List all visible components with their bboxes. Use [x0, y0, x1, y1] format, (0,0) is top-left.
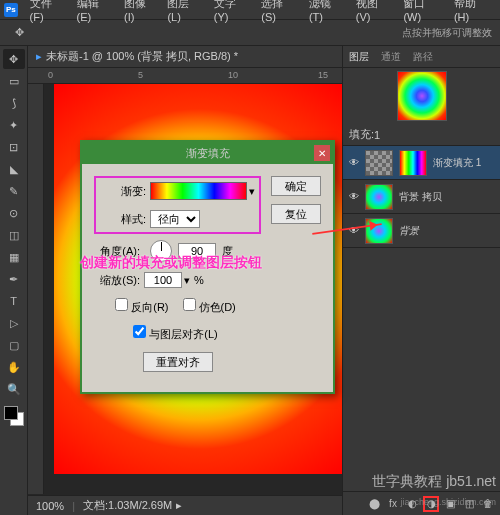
- dither-label: 仿色(D): [199, 301, 236, 313]
- dialog-title-bar[interactable]: 渐变填充 ✕: [82, 142, 333, 164]
- color-swatch[interactable]: [4, 406, 24, 426]
- scale-input[interactable]: [144, 272, 182, 288]
- layer-thumb[interactable]: [365, 150, 393, 176]
- ruler-tick: 0: [48, 70, 53, 80]
- panel-tabs: 图层 通道 路径: [343, 46, 500, 68]
- ruler-vertical: [28, 84, 44, 494]
- stamp-tool[interactable]: ⊙: [3, 203, 25, 223]
- layer-thumb[interactable]: [365, 184, 393, 210]
- highlighted-group: 渐变: ▾ 样式: 径向: [94, 176, 261, 234]
- brush-tool[interactable]: ✎: [3, 181, 25, 201]
- layer-fx-icon[interactable]: fx: [385, 496, 401, 512]
- type-tool[interactable]: T: [3, 291, 25, 311]
- move-tool-icon[interactable]: ✥: [8, 23, 30, 43]
- wand-tool[interactable]: ✦: [3, 115, 25, 135]
- crop-tool[interactable]: ⊡: [3, 137, 25, 157]
- watermark-url: jiaocheng.shizidian.com: [400, 497, 496, 507]
- dialog-title: 渐变填充: [186, 146, 230, 161]
- eyedropper-tool[interactable]: ◣: [3, 159, 25, 179]
- ruler-tick: 5: [138, 70, 143, 80]
- menu-select[interactable]: 选择(S): [261, 0, 297, 23]
- fill-label: 填充:: [349, 127, 374, 142]
- align-checkbox[interactable]: [133, 325, 146, 338]
- options-hint: 点按并拖移可调整效: [402, 26, 492, 40]
- zoom-tool[interactable]: 🔍: [3, 379, 25, 399]
- menu-edit[interactable]: 编辑(E): [77, 0, 113, 23]
- fill-value[interactable]: 1: [374, 129, 380, 141]
- options-bar: ✥ 点按并拖移可调整效: [0, 20, 500, 46]
- layer-options: 填充: 1: [343, 124, 500, 146]
- menu-view[interactable]: 视图(V): [356, 0, 392, 23]
- menu-window[interactable]: 窗口(W): [403, 0, 442, 23]
- doc-size: 文档:1.03M/2.69M: [83, 498, 172, 513]
- dropdown-icon[interactable]: ▾: [249, 185, 255, 198]
- document-tab[interactable]: ▸ 未标题-1 @ 100% (背景 拷贝, RGB/8) *: [28, 46, 342, 68]
- zoom-level[interactable]: 100%: [36, 500, 64, 512]
- reverse-checkbox[interactable]: [115, 298, 128, 311]
- align-label: 与图层对齐(L): [149, 328, 217, 340]
- navigator-thumb[interactable]: [343, 68, 500, 124]
- layer-row[interactable]: 👁 渐变填充 1: [343, 146, 500, 180]
- layer-row[interactable]: 👁 背景: [343, 214, 500, 248]
- reverse-label: 反向(R): [131, 301, 168, 313]
- layers-list: 👁 渐变填充 1 👁 背景 拷贝 👁 背景: [343, 146, 500, 491]
- toolbox: ✥ ▭ ⟆ ✦ ⊡ ◣ ✎ ⊙ ◫ ▦ ✒ T ▷ ▢ ✋ 🔍: [0, 46, 28, 515]
- move-tool[interactable]: ✥: [3, 49, 25, 69]
- document-title: 未标题-1 @ 100% (背景 拷贝, RGB/8) *: [46, 49, 238, 64]
- layer-name[interactable]: 背景: [399, 224, 419, 238]
- marquee-tool[interactable]: ▭: [3, 71, 25, 91]
- gradient-label: 渐变:: [100, 184, 146, 199]
- gradient-tool[interactable]: ▦: [3, 247, 25, 267]
- watermark: 世字典教程 jb51.net: [372, 473, 496, 491]
- menu-file[interactable]: 文件(F): [30, 0, 65, 23]
- ruler-tick: 10: [228, 70, 238, 80]
- ok-button[interactable]: 确定: [271, 176, 321, 196]
- scale-unit: %: [194, 274, 204, 286]
- menu-help[interactable]: 帮助(H): [454, 0, 490, 23]
- scale-label: 缩放(S):: [94, 273, 140, 288]
- layer-name[interactable]: 渐变填充 1: [433, 156, 481, 170]
- lasso-tool[interactable]: ⟆: [3, 93, 25, 113]
- tab-paths[interactable]: 路径: [413, 50, 433, 64]
- style-select[interactable]: 径向: [150, 210, 200, 228]
- shape-tool[interactable]: ▢: [3, 335, 25, 355]
- ruler-horizontal: 0 5 10 15: [28, 68, 342, 84]
- doc-icon: ▸: [36, 50, 42, 63]
- status-chevron-icon[interactable]: ▸: [176, 499, 182, 512]
- panels: 图层 通道 路径 填充: 1 👁 渐变填充 1 👁 背景 拷贝 👁: [342, 46, 500, 515]
- tab-channels[interactable]: 通道: [381, 50, 401, 64]
- menu-filter[interactable]: 滤镜(T): [309, 0, 344, 23]
- visibility-icon[interactable]: 👁: [347, 156, 361, 170]
- eraser-tool[interactable]: ◫: [3, 225, 25, 245]
- dropdown-icon[interactable]: ▾: [184, 274, 190, 287]
- tab-layers[interactable]: 图层: [349, 50, 369, 64]
- visibility-icon[interactable]: 👁: [347, 190, 361, 204]
- pen-tool[interactable]: ✒: [3, 269, 25, 289]
- layer-row[interactable]: 👁 背景 拷贝: [343, 180, 500, 214]
- ruler-tick: 15: [318, 70, 328, 80]
- hand-tool[interactable]: ✋: [3, 357, 25, 377]
- menu-layer[interactable]: 图层(L): [167, 0, 201, 23]
- reset-align-button[interactable]: 重置对齐: [143, 352, 213, 372]
- menu-image[interactable]: 图像(I): [124, 0, 155, 23]
- annotation-text: 创建新的填充或调整图层按钮: [80, 254, 262, 272]
- close-icon[interactable]: ✕: [314, 145, 330, 161]
- path-tool[interactable]: ▷: [3, 313, 25, 333]
- app-logo: Ps: [4, 3, 18, 17]
- layer-name[interactable]: 背景 拷贝: [399, 190, 442, 204]
- dither-checkbox[interactable]: [183, 298, 196, 311]
- link-layers-icon[interactable]: ⬤: [366, 496, 382, 512]
- style-label: 样式:: [100, 212, 146, 227]
- menu-bar: Ps 文件(F) 编辑(E) 图像(I) 图层(L) 文字(Y) 选择(S) 滤…: [0, 0, 500, 20]
- menu-type[interactable]: 文字(Y): [214, 0, 250, 23]
- layer-mask-thumb[interactable]: [399, 150, 427, 176]
- gradient-preview[interactable]: [150, 182, 247, 200]
- status-bar: 100% | 文档:1.03M/2.69M ▸: [28, 495, 342, 515]
- cancel-button[interactable]: 复位: [271, 204, 321, 224]
